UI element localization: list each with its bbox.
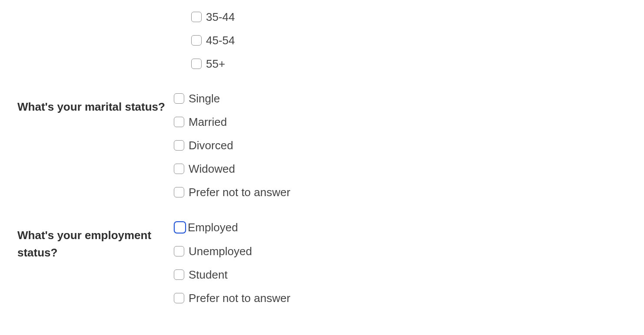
question-label-marital: What's your marital status? [17, 93, 165, 115]
options-marital: Single Married Divorced Widowed Prefer n… [174, 93, 627, 198]
age-options-partial: 35-44 45-54 55+ [191, 0, 627, 69]
option-marital-single[interactable]: Single [174, 93, 627, 104]
checkbox-icon[interactable] [174, 164, 184, 174]
checkbox-icon[interactable] [191, 35, 202, 46]
checkbox-icon[interactable] [174, 293, 184, 303]
checkbox-icon[interactable] [174, 246, 184, 256]
option-employment-student[interactable]: Student [174, 269, 627, 280]
option-age-45-54[interactable]: 45-54 [191, 35, 627, 46]
option-marital-prefnot[interactable]: Prefer not to answer [174, 187, 627, 198]
option-employment-employed[interactable]: Employed [174, 221, 627, 233]
option-employment-unemployed[interactable]: Unemployed [174, 246, 627, 257]
option-marital-married[interactable]: Married [174, 116, 627, 128]
checkbox-icon[interactable] [174, 140, 184, 151]
options-employment: Employed Unemployed Student Prefer not t… [174, 221, 627, 304]
option-label: Widowed [189, 163, 235, 174]
survey-form: 35-44 45-54 55+ What's your marital stat… [0, 0, 644, 321]
option-label: 55+ [206, 58, 225, 69]
option-label: Divorced [189, 140, 233, 151]
checkbox-icon[interactable] [174, 187, 184, 197]
option-label: Unemployed [189, 246, 252, 257]
option-label: Single [189, 93, 220, 104]
checkbox-icon[interactable] [174, 93, 184, 104]
checkbox-icon[interactable] [174, 117, 184, 127]
option-label: Prefer not to answer [189, 187, 290, 198]
option-label: Student [189, 269, 228, 280]
option-marital-widowed[interactable]: Widowed [174, 163, 627, 174]
option-age-35-44[interactable]: 35-44 [191, 11, 627, 23]
option-marital-divorced[interactable]: Divorced [174, 140, 627, 151]
option-label: Married [189, 116, 227, 128]
checkbox-icon[interactable] [191, 59, 202, 69]
checkbox-icon[interactable] [174, 221, 186, 233]
option-label: Employed [188, 222, 238, 233]
question-employment: What's your employment status? Employed … [17, 221, 627, 304]
question-label-employment: What's your employment status? [17, 221, 165, 262]
option-label: 35-44 [206, 11, 235, 23]
checkbox-icon[interactable] [174, 269, 184, 280]
option-label: 45-54 [206, 35, 235, 46]
option-employment-prefnot[interactable]: Prefer not to answer [174, 292, 627, 304]
option-label: Prefer not to answer [189, 292, 290, 304]
checkbox-icon[interactable] [191, 12, 202, 22]
option-age-55plus[interactable]: 55+ [191, 58, 627, 69]
question-marital: What's your marital status? Single Marri… [17, 93, 627, 198]
